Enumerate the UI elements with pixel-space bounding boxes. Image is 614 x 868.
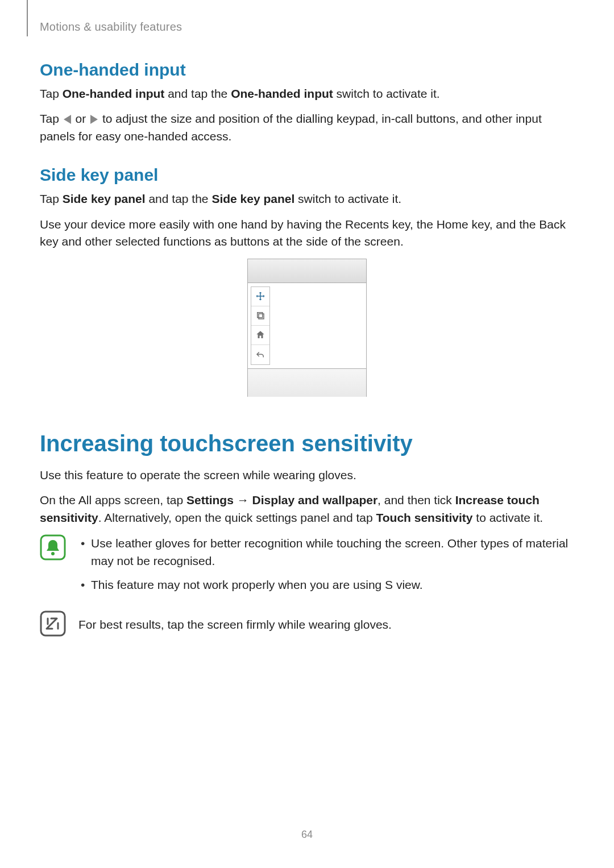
para-sensitivity-1: Use this feature to operate the screen w…: [40, 467, 574, 484]
text: and tap the: [164, 87, 231, 100]
para-one-handed-2: Tap or to adjust the size and position o…: [40, 110, 574, 145]
list-item: This feature may not work properly when …: [78, 576, 574, 594]
warning-note-body: Use leather gloves for better recognitio…: [78, 534, 574, 600]
para-sensitivity-2: On the All apps screen, tap Settings → D…: [40, 492, 574, 526]
info-note-icon: [40, 610, 66, 637]
content: One-handed input Tap One-handed input an…: [40, 57, 574, 642]
header-rule: [27, 0, 28, 36]
text: Tap: [40, 112, 63, 125]
illustration-nav-bar: [248, 368, 366, 397]
illustration-body: [248, 283, 366, 368]
list-item: Use leather gloves for better recognitio…: [78, 534, 574, 570]
svg-rect-1: [259, 314, 264, 319]
page: Motions & usability features One-handed …: [0, 0, 614, 868]
warning-bullets: Use leather gloves for better recognitio…: [78, 534, 574, 594]
text-bold: Settings: [186, 493, 234, 506]
heading-one-handed-input: One-handed input: [40, 60, 574, 80]
back-icon: [251, 345, 269, 364]
text: →: [234, 493, 252, 506]
text: switch to activate it.: [333, 87, 440, 100]
text: Tap: [40, 192, 63, 205]
arrow-right-icon: [90, 115, 98, 124]
text-bold: Touch sensitivity: [376, 511, 472, 524]
svg-point-3: [51, 552, 55, 555]
text-bold: Side key panel: [63, 192, 146, 205]
info-note: For best results, tap the screen firmly …: [40, 610, 574, 641]
text-bold: Side key panel: [211, 192, 294, 205]
text: Tap: [40, 87, 63, 100]
text-bold: One-handed input: [63, 87, 165, 100]
illustration-side-panel: [251, 286, 270, 365]
warning-note: Use leather gloves for better recognitio…: [40, 534, 574, 600]
text: or: [72, 112, 89, 125]
text: , and then tick: [377, 493, 455, 506]
text: to activate it.: [472, 511, 543, 524]
para-side-key-2: Use your device more easily with one han…: [40, 216, 574, 251]
info-note-text: For best results, tap the screen firmly …: [78, 616, 574, 633]
text-bold: One-handed input: [231, 87, 333, 100]
text: and tap the: [146, 192, 212, 205]
arrow-left-icon: [64, 115, 71, 124]
side-key-panel-illustration: [247, 259, 367, 397]
breadcrumb: Motions & usability features: [40, 20, 182, 34]
page-number: 64: [0, 829, 614, 841]
para-side-key-1: Tap Side key panel and tap the Side key …: [40, 190, 574, 207]
text: On the All apps screen, tap: [40, 493, 186, 506]
illustration-status-bar: [248, 259, 366, 283]
move-icon: [251, 287, 269, 306]
home-icon: [251, 326, 269, 345]
para-one-handed-1: Tap One-handed input and tap the One-han…: [40, 85, 574, 102]
text: switch to activate it.: [294, 192, 401, 205]
text: to adjust the size and position of the d…: [40, 112, 542, 142]
text-bold: Display and wallpaper: [252, 493, 378, 506]
warning-bell-icon: [40, 534, 66, 560]
svg-rect-0: [258, 313, 263, 318]
recents-icon: [251, 306, 269, 326]
heading-side-key-panel: Side key panel: [40, 165, 574, 185]
text: . Alternatively, open the quick settings…: [98, 511, 376, 524]
heading-increasing-touchscreen-sensitivity: Increasing touchscreen sensitivity: [40, 431, 574, 456]
